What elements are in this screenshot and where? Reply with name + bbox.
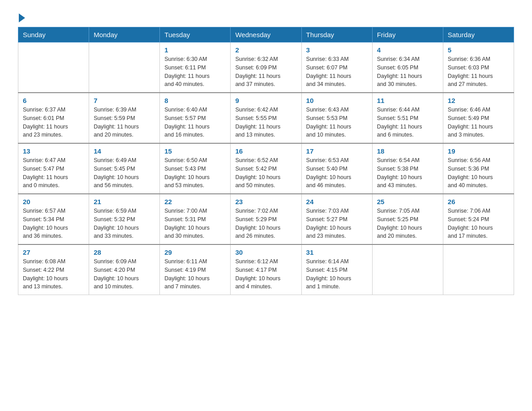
calendar-day-cell: 7Sunrise: 6:39 AMSunset: 5:59 PMDaylight… (89, 93, 160, 143)
day-info: Sunrise: 6:44 AMSunset: 5:51 PMDaylight:… (377, 106, 438, 139)
calendar-day-cell: 31Sunrise: 6:14 AMSunset: 4:15 PMDayligh… (301, 244, 372, 295)
day-info: Sunrise: 6:14 AMSunset: 4:15 PMDaylight:… (306, 257, 368, 291)
calendar-day-cell: 4Sunrise: 6:34 AMSunset: 6:05 PMDaylight… (372, 43, 443, 93)
day-number: 18 (377, 147, 438, 155)
calendar-day-cell: 8Sunrise: 6:40 AMSunset: 5:57 PMDaylight… (160, 93, 231, 143)
day-info: Sunrise: 6:34 AMSunset: 6:05 PMDaylight:… (377, 55, 438, 89)
day-info: Sunrise: 6:33 AMSunset: 6:07 PMDaylight:… (306, 55, 368, 89)
day-number: 15 (164, 147, 226, 155)
page-header (18, 13, 514, 22)
day-info: Sunrise: 6:08 AMSunset: 4:22 PMDaylight:… (23, 257, 84, 291)
calendar-day-cell (372, 244, 443, 295)
calendar-day-cell: 14Sunrise: 6:49 AMSunset: 5:45 PMDayligh… (89, 143, 160, 194)
day-number: 12 (448, 97, 509, 104)
day-info: Sunrise: 6:09 AMSunset: 4:20 PMDaylight:… (94, 257, 155, 291)
calendar-day-cell: 16Sunrise: 6:52 AMSunset: 5:42 PMDayligh… (231, 143, 301, 194)
day-number: 4 (377, 46, 438, 54)
day-number: 19 (448, 147, 509, 155)
calendar-day-cell: 12Sunrise: 6:46 AMSunset: 5:49 PMDayligh… (443, 93, 514, 143)
day-info: Sunrise: 6:59 AMSunset: 5:32 PMDaylight:… (94, 207, 155, 240)
day-number: 21 (94, 198, 155, 206)
day-number: 14 (94, 147, 155, 155)
weekday-header: Friday (372, 27, 443, 43)
day-info: Sunrise: 6:12 AMSunset: 4:17 PMDaylight:… (235, 257, 296, 291)
day-info: Sunrise: 6:53 AMSunset: 5:40 PMDaylight:… (306, 156, 368, 190)
weekday-header: Sunday (18, 27, 89, 43)
calendar-day-cell (443, 244, 514, 295)
logo (18, 13, 26, 22)
day-number: 20 (23, 198, 84, 206)
weekday-header: Tuesday (160, 27, 231, 43)
day-number: 13 (23, 147, 84, 155)
day-info: Sunrise: 6:39 AMSunset: 5:59 PMDaylight:… (94, 106, 155, 139)
weekday-header-row: SundayMondayTuesdayWednesdayThursdayFrid… (18, 27, 514, 43)
calendar-day-cell: 3Sunrise: 6:33 AMSunset: 6:07 PMDaylight… (301, 43, 372, 93)
calendar-day-cell: 17Sunrise: 6:53 AMSunset: 5:40 PMDayligh… (301, 143, 372, 194)
day-info: Sunrise: 6:47 AMSunset: 5:47 PMDaylight:… (23, 156, 84, 190)
calendar-day-cell: 22Sunrise: 7:00 AMSunset: 5:31 PMDayligh… (160, 194, 231, 244)
day-number: 28 (94, 248, 155, 256)
day-info: Sunrise: 7:06 AMSunset: 5:24 PMDaylight:… (448, 207, 509, 240)
day-number: 6 (23, 97, 84, 104)
calendar-day-cell: 6Sunrise: 6:37 AMSunset: 6:01 PMDaylight… (18, 93, 89, 143)
calendar-day-cell: 24Sunrise: 7:03 AMSunset: 5:27 PMDayligh… (301, 194, 372, 244)
day-number: 7 (94, 97, 155, 104)
calendar-day-cell: 28Sunrise: 6:09 AMSunset: 4:20 PMDayligh… (89, 244, 160, 295)
day-info: Sunrise: 6:36 AMSunset: 6:03 PMDaylight:… (448, 55, 509, 89)
calendar-week-row: 6Sunrise: 6:37 AMSunset: 6:01 PMDaylight… (18, 93, 514, 143)
day-info: Sunrise: 6:46 AMSunset: 5:49 PMDaylight:… (448, 106, 509, 139)
calendar-table: SundayMondayTuesdayWednesdayThursdayFrid… (18, 27, 514, 295)
day-number: 11 (377, 97, 438, 104)
day-info: Sunrise: 6:49 AMSunset: 5:45 PMDaylight:… (94, 156, 155, 190)
day-info: Sunrise: 6:52 AMSunset: 5:42 PMDaylight:… (235, 156, 296, 190)
calendar-week-row: 20Sunrise: 6:57 AMSunset: 5:34 PMDayligh… (18, 194, 514, 244)
calendar-day-cell: 21Sunrise: 6:59 AMSunset: 5:32 PMDayligh… (89, 194, 160, 244)
day-info: Sunrise: 6:30 AMSunset: 6:11 PMDaylight:… (164, 55, 226, 89)
calendar-day-cell: 15Sunrise: 6:50 AMSunset: 5:43 PMDayligh… (160, 143, 231, 194)
day-info: Sunrise: 6:42 AMSunset: 5:55 PMDaylight:… (235, 106, 296, 139)
logo-arrow-icon (19, 13, 25, 22)
day-number: 3 (306, 46, 368, 54)
calendar-day-cell: 1Sunrise: 6:30 AMSunset: 6:11 PMDaylight… (160, 43, 231, 93)
day-number: 16 (235, 147, 296, 155)
day-info: Sunrise: 7:00 AMSunset: 5:31 PMDaylight:… (164, 207, 226, 240)
calendar-day-cell: 9Sunrise: 6:42 AMSunset: 5:55 PMDaylight… (231, 93, 301, 143)
calendar-day-cell: 29Sunrise: 6:11 AMSunset: 4:19 PMDayligh… (160, 244, 231, 295)
weekday-header: Saturday (443, 27, 514, 43)
day-number: 24 (306, 198, 368, 206)
day-info: Sunrise: 6:32 AMSunset: 6:09 PMDaylight:… (235, 55, 296, 89)
calendar-day-cell: 27Sunrise: 6:08 AMSunset: 4:22 PMDayligh… (18, 244, 89, 295)
day-number: 29 (164, 248, 226, 256)
calendar-week-row: 13Sunrise: 6:47 AMSunset: 5:47 PMDayligh… (18, 143, 514, 194)
day-info: Sunrise: 7:03 AMSunset: 5:27 PMDaylight:… (306, 207, 368, 240)
day-number: 31 (306, 248, 368, 256)
day-info: Sunrise: 6:50 AMSunset: 5:43 PMDaylight:… (164, 156, 226, 190)
calendar-day-cell: 30Sunrise: 6:12 AMSunset: 4:17 PMDayligh… (231, 244, 301, 295)
day-number: 5 (448, 46, 509, 54)
calendar-day-cell: 13Sunrise: 6:47 AMSunset: 5:47 PMDayligh… (18, 143, 89, 194)
day-info: Sunrise: 6:37 AMSunset: 6:01 PMDaylight:… (23, 106, 84, 139)
calendar-day-cell: 10Sunrise: 6:43 AMSunset: 5:53 PMDayligh… (301, 93, 372, 143)
day-info: Sunrise: 6:43 AMSunset: 5:53 PMDaylight:… (306, 106, 368, 139)
day-number: 10 (306, 97, 368, 104)
calendar-week-row: 27Sunrise: 6:08 AMSunset: 4:22 PMDayligh… (18, 244, 514, 295)
day-info: Sunrise: 6:40 AMSunset: 5:57 PMDaylight:… (164, 106, 226, 139)
day-info: Sunrise: 6:11 AMSunset: 4:19 PMDaylight:… (164, 257, 226, 291)
calendar-day-cell: 25Sunrise: 7:05 AMSunset: 5:25 PMDayligh… (372, 194, 443, 244)
day-info: Sunrise: 6:57 AMSunset: 5:34 PMDaylight:… (23, 207, 84, 240)
day-number: 22 (164, 198, 226, 206)
day-number: 26 (448, 198, 509, 206)
calendar-day-cell (89, 43, 160, 93)
calendar-week-row: 1Sunrise: 6:30 AMSunset: 6:11 PMDaylight… (18, 43, 514, 93)
calendar-day-cell: 11Sunrise: 6:44 AMSunset: 5:51 PMDayligh… (372, 93, 443, 143)
calendar-day-cell: 23Sunrise: 7:02 AMSunset: 5:29 PMDayligh… (231, 194, 301, 244)
day-info: Sunrise: 7:02 AMSunset: 5:29 PMDaylight:… (235, 207, 296, 240)
calendar-day-cell: 20Sunrise: 6:57 AMSunset: 5:34 PMDayligh… (18, 194, 89, 244)
day-number: 17 (306, 147, 368, 155)
calendar-day-cell: 19Sunrise: 6:56 AMSunset: 5:36 PMDayligh… (443, 143, 514, 194)
calendar-day-cell: 18Sunrise: 6:54 AMSunset: 5:38 PMDayligh… (372, 143, 443, 194)
day-info: Sunrise: 6:56 AMSunset: 5:36 PMDaylight:… (448, 156, 509, 190)
day-info: Sunrise: 7:05 AMSunset: 5:25 PMDaylight:… (377, 207, 438, 240)
day-number: 1 (164, 46, 226, 54)
day-number: 9 (235, 97, 296, 104)
